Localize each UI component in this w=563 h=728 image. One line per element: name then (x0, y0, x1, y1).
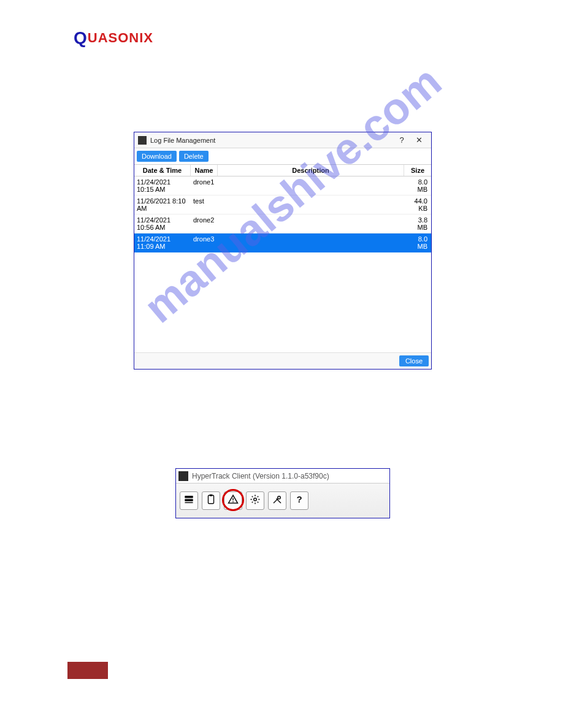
log-file-management-dialog: Log File Management ? ✕ Download Delete … (134, 132, 432, 370)
server-button[interactable] (180, 491, 198, 510)
dialog-titlebar: Log File Management ? ✕ (134, 132, 431, 148)
dialog-title: Log File Management (150, 137, 393, 144)
hypertrack-toolbar-window: HyperTrack Client (Version 1.1.0-a53f90c… (175, 468, 390, 518)
svg-rect-3 (209, 495, 214, 504)
cell-datetime: 11/26/2021 8:10 AM (134, 195, 191, 214)
server-icon (183, 494, 194, 507)
tools-icon (272, 494, 283, 507)
clipboard-icon (205, 494, 216, 507)
clipboard-button[interactable] (202, 491, 220, 510)
cell-name: drone1 (191, 176, 218, 195)
tools-button[interactable] (268, 491, 286, 510)
app-icon (138, 136, 147, 145)
help-icon: ? (294, 494, 305, 507)
col-datetime[interactable]: Date & Time (134, 165, 191, 176)
toolbar-body: ? (176, 483, 389, 518)
table-row[interactable]: 11/24/2021 10:56 AMdrone23.8 MB (134, 214, 431, 233)
cell-size: 8.0 MB (404, 233, 431, 252)
table-header: Date & Time Name Description Size (134, 164, 431, 176)
warning-button[interactable] (224, 491, 242, 510)
col-size[interactable]: Size (404, 165, 431, 176)
svg-point-8 (278, 496, 281, 499)
svg-rect-0 (185, 496, 193, 498)
app-icon (178, 471, 188, 481)
cell-description (218, 176, 404, 195)
toolbar-title: HyperTrack Client (Version 1.1.0-a53f90c… (192, 472, 329, 480)
logo-rest: UASONIX (88, 30, 153, 45)
warning-icon (228, 494, 239, 507)
help-button[interactable]: ? (290, 491, 308, 510)
close-button[interactable]: Close (399, 355, 429, 366)
cell-name: test (191, 195, 218, 214)
table-row[interactable]: 11/26/2021 8:10 AMtest44.0 KB (134, 195, 431, 214)
col-name[interactable]: Name (191, 165, 218, 176)
dialog-toolbar: Download Delete (134, 148, 431, 164)
table-row[interactable]: 11/24/2021 11:09 AMdrone38.0 MB (134, 233, 431, 252)
toolbar-titlebar: HyperTrack Client (Version 1.1.0-a53f90c… (176, 469, 389, 483)
col-description[interactable]: Description (218, 165, 404, 176)
page-number-block (67, 662, 108, 679)
window-close-button[interactable]: ✕ (410, 135, 427, 145)
cell-datetime: 11/24/2021 10:15 AM (134, 176, 191, 195)
svg-rect-1 (185, 499, 193, 501)
cell-description (218, 195, 404, 214)
table-row[interactable]: 11/24/2021 10:15 AMdrone18.0 MB (134, 176, 431, 195)
cell-size: 44.0 KB (404, 195, 431, 214)
cell-description (218, 214, 404, 233)
gear-icon (250, 494, 261, 507)
cell-size: 8.0 MB (404, 176, 431, 195)
svg-rect-2 (185, 502, 193, 504)
download-button[interactable]: Download (137, 151, 177, 162)
svg-rect-6 (232, 501, 234, 502)
svg-text:?: ? (296, 494, 302, 504)
cell-name: drone2 (191, 214, 218, 233)
logo-q: Q (74, 28, 88, 47)
cell-datetime: 11/24/2021 10:56 AM (134, 214, 191, 233)
svg-rect-5 (232, 498, 234, 501)
table-body: 11/24/2021 10:15 AMdrone18.0 MB11/26/202… (134, 176, 431, 252)
brand-logo: QUASONIX (74, 28, 153, 48)
svg-rect-4 (210, 495, 213, 496)
svg-point-7 (254, 498, 257, 501)
cell-name: drone3 (191, 233, 218, 252)
cell-datetime: 11/24/2021 11:09 AM (134, 233, 191, 252)
gear-button[interactable] (246, 491, 264, 510)
delete-button[interactable]: Delete (179, 151, 209, 162)
help-button[interactable]: ? (393, 135, 410, 145)
dialog-footer: Close (134, 352, 431, 369)
cell-size: 3.8 MB (404, 214, 431, 233)
cell-description (218, 233, 404, 252)
